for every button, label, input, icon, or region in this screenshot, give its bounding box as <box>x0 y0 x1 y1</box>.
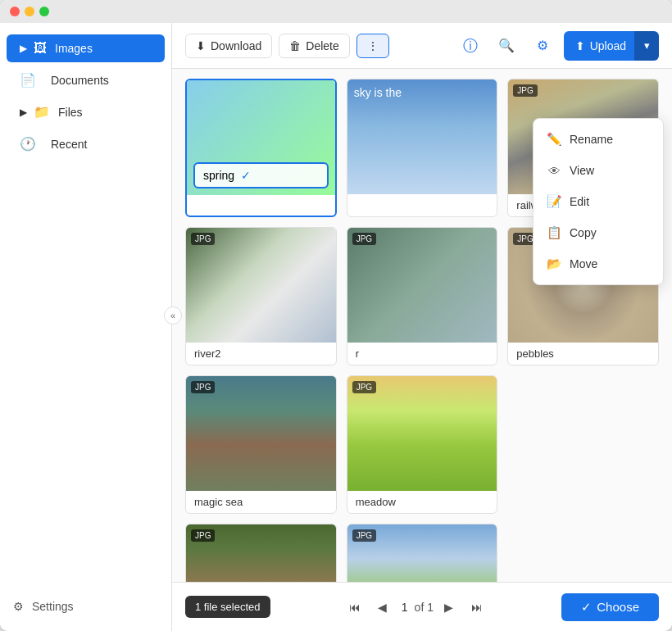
sky-preview: sky is the <box>347 79 497 194</box>
grid-item-catwalk[interactable]: JPG catwalk <box>185 524 337 582</box>
documents-icon: 📄 <box>20 72 36 88</box>
prev-page-button[interactable]: ◀ <box>370 595 395 620</box>
view-label: View <box>570 164 594 177</box>
view-icon: 👁 <box>547 163 561 178</box>
filter-button[interactable]: ⚙ <box>528 31 557 61</box>
images-arrow-icon: ▶ <box>20 43 27 54</box>
catwalk-badge: JPG <box>191 529 215 542</box>
next-page-icon: ▶ <box>444 601 453 614</box>
grid-item-magic-sea[interactable]: JPG magic sea <box>185 375 337 514</box>
spring-input-value: spring <box>203 169 234 182</box>
sidebar-item-recent[interactable]: 🕐 Recent <box>7 129 165 158</box>
meadow-badge: JPG <box>352 381 376 393</box>
more-icon: ⋮ <box>367 39 379 52</box>
meadow-preview: JPG <box>347 376 497 491</box>
grid-item-sky[interactable]: sky is the <box>347 79 498 217</box>
bottom-bar: 1 file selected ⏮ ◀ 1 of 1 ▶ ⏭ <box>172 582 672 631</box>
download-label: Download <box>211 39 261 52</box>
move-icon: 📂 <box>547 256 561 271</box>
river2-name: river2 <box>186 343 336 365</box>
minimize-button[interactable] <box>25 7 34 16</box>
river-badge: JPG <box>352 233 376 245</box>
spring-check-icon: ✓ <box>241 169 251 182</box>
close-button[interactable] <box>10 7 20 16</box>
copy-label: Copy <box>570 226 597 239</box>
more-button[interactable]: ⋮ <box>356 34 389 58</box>
pagination: ⏮ ◀ 1 of 1 ▶ ⏭ <box>343 595 489 620</box>
pebbles-name: pebbles <box>508 343 658 365</box>
sidebar-item-images[interactable]: ▶ 🖼 Images <box>7 34 165 62</box>
catwalk-preview: JPG <box>186 524 336 582</box>
upload-button[interactable]: ⬆ Upload <box>564 31 638 61</box>
grid-item-river[interactable]: JPG r <box>347 227 498 365</box>
main-content: ▶ 🖼 Images 📄 Documents ▶ 📁 Files 🕐 Recen… <box>0 23 672 631</box>
grid-item-spring[interactable]: spring ✓ <box>185 79 337 217</box>
titlebar <box>0 0 672 23</box>
filter-icon: ⚙ <box>537 38 548 53</box>
first-page-icon: ⏮ <box>349 601 361 614</box>
window: ▶ 🖼 Images 📄 Documents ▶ 📁 Files 🕐 Recen… <box>0 0 672 631</box>
selected-badge: 1 file selected <box>185 596 270 618</box>
river2-preview: JPG <box>186 228 336 343</box>
settings-icon: ⚙ <box>13 600 24 613</box>
sidebar-collapse-button[interactable]: « <box>164 306 182 325</box>
sidebar-item-images-label: Images <box>55 42 93 55</box>
grid-area: spring ✓ sky is the J <box>172 69 672 582</box>
last-page-button[interactable]: ⏭ <box>465 595 489 620</box>
toolbar: ⬇ Download 🗑 Delete ⋮ ⓘ 🔍 ⚙ <box>172 23 672 69</box>
sidebar-item-documents-label: Documents <box>51 74 109 87</box>
sky-text: sky is the <box>347 79 497 106</box>
choose-button[interactable]: ✓ Choose <box>561 593 659 621</box>
recent-icon: 🕐 <box>20 136 36 152</box>
images-icon: 🖼 <box>34 41 47 56</box>
edit-label: Edit <box>570 195 589 208</box>
first-page-button[interactable]: ⏮ <box>343 595 367 620</box>
spring-name-input[interactable]: spring ✓ <box>193 162 329 188</box>
info-button[interactable]: ⓘ <box>456 31 485 61</box>
sidebar-item-files-label: Files <box>58 106 83 119</box>
menu-item-copy[interactable]: 📋 Copy <box>534 217 663 248</box>
grid-empty-cell <box>507 375 659 514</box>
settings-label: Settings <box>32 600 74 613</box>
search-button[interactable]: 🔍 <box>492 31 521 61</box>
sidebar-item-settings[interactable]: ⚙ Settings <box>0 592 171 621</box>
prev-page-icon: ◀ <box>378 601 387 614</box>
current-page: 1 <box>398 601 411 614</box>
last-page-icon: ⏭ <box>471 601 483 614</box>
sidebar-item-documents[interactable]: 📄 Documents <box>7 66 165 94</box>
search-icon: 🔍 <box>498 38 515 53</box>
delete-icon: 🗑 <box>289 39 301 52</box>
sea-badge: JPG <box>191 381 215 393</box>
countryside-badge: JPG <box>352 529 376 542</box>
grid-item-river2[interactable]: JPG river2 <box>185 227 337 365</box>
meadow-name: meadow <box>347 491 497 513</box>
upload-label: Upload <box>590 39 626 52</box>
river-preview: JPG <box>347 228 497 343</box>
menu-item-edit[interactable]: 📝 Edit <box>534 186 663 217</box>
maximize-button[interactable] <box>39 7 49 16</box>
railway-badge: JPG <box>513 84 537 97</box>
grid-item-countryside[interactable]: JPG countryside <box>347 524 498 582</box>
choose-label: Choose <box>597 600 639 614</box>
sea-name: magic sea <box>186 491 336 513</box>
next-page-button[interactable]: ▶ <box>437 595 461 620</box>
edit-icon: 📝 <box>547 194 561 209</box>
menu-item-move[interactable]: 📂 Move <box>534 248 663 279</box>
delete-button[interactable]: 🗑 Delete <box>279 34 349 58</box>
files-arrow-icon: ▶ <box>20 107 27 118</box>
chevron-down-icon: ▾ <box>644 39 650 52</box>
delete-label: Delete <box>306 39 338 52</box>
sidebar-spacer <box>0 160 171 592</box>
rename-label: Rename <box>570 133 613 146</box>
page-of-label: of 1 <box>415 601 434 614</box>
download-button[interactable]: ⬇ Download <box>185 34 272 58</box>
context-menu: ✏️ Rename 👁 View 📝 Edit 📋 Copy <box>533 118 664 285</box>
upload-icon: ⬆ <box>575 39 585 52</box>
sidebar-item-files[interactable]: ▶ 📁 Files <box>7 98 165 126</box>
upload-dropdown-button[interactable]: ▾ <box>634 31 659 61</box>
grid-item-meadow[interactable]: JPG meadow <box>347 375 498 514</box>
upload-group: ⬆ Upload ▾ <box>564 31 659 61</box>
menu-item-view[interactable]: 👁 View <box>534 155 663 186</box>
menu-item-rename[interactable]: ✏️ Rename <box>534 124 663 155</box>
sidebar-item-recent-label: Recent <box>51 138 87 151</box>
